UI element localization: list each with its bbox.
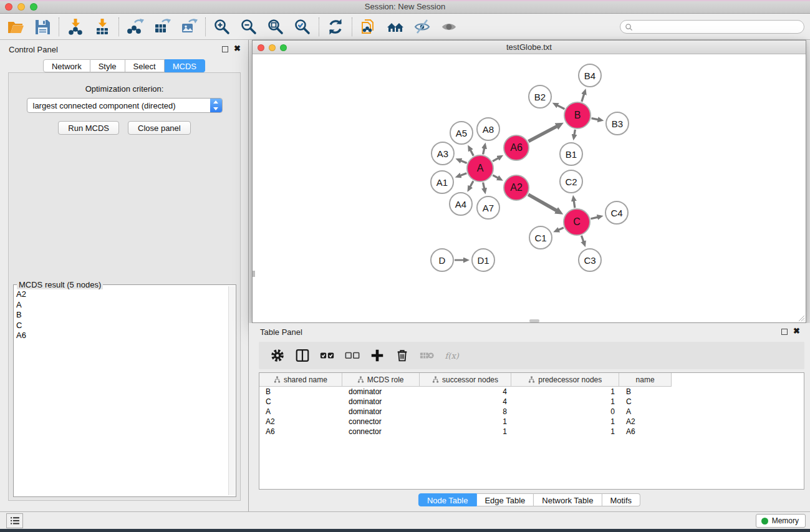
node-A1[interactable]: A1 [430, 170, 454, 194]
node-A2[interactable]: A2 [503, 175, 529, 201]
table-close-panel-icon[interactable]: ✖ [793, 328, 800, 334]
import-table-icon[interactable] [92, 16, 113, 37]
table-row-C[interactable]: Cdominator41C [259, 397, 672, 407]
export-table-icon[interactable] [152, 16, 173, 37]
cell[interactable]: dominator [342, 387, 420, 397]
cell[interactable]: 1 [420, 417, 512, 427]
horizontal-scroll-thumb[interactable] [529, 319, 539, 322]
cell[interactable]: A2 [620, 417, 672, 427]
cell[interactable]: 8 [420, 407, 512, 417]
edge-B-B4[interactable] [582, 94, 584, 102]
node-A8[interactable]: A8 [476, 117, 500, 141]
close-panel-button[interactable]: Close panel [128, 121, 191, 135]
node-C2[interactable]: C2 [559, 170, 583, 193]
cell[interactable]: dominator [342, 397, 420, 407]
column-header-successor-nodes[interactable]: successor nodes [420, 373, 512, 386]
edge-A-A7[interactable] [483, 183, 485, 189]
table-row-A2[interactable]: A2connector11A2 [259, 417, 672, 427]
edge-A-A8[interactable] [483, 148, 485, 154]
toggle-columns-icon[interactable] [294, 347, 311, 364]
tab-network-table[interactable]: Network Table [534, 493, 602, 506]
run-mcds-button[interactable]: Run MCDS [58, 121, 119, 135]
zoom-out-icon[interactable] [238, 16, 259, 37]
edge-A-A3[interactable] [461, 161, 467, 163]
edge-B-B3[interactable] [592, 118, 599, 120]
node-C[interactable]: C [563, 208, 591, 236]
cell[interactable]: 1 [512, 397, 620, 407]
add-column-icon[interactable] [369, 347, 385, 364]
cell[interactable]: A6 [259, 427, 342, 437]
edge-A6-B[interactable] [528, 126, 557, 141]
tab-style[interactable]: Style [90, 59, 125, 72]
edge-B-B2[interactable] [557, 105, 565, 109]
node-A4[interactable]: A4 [449, 192, 473, 216]
cell[interactable]: A6 [620, 427, 672, 437]
zoom-in-icon[interactable] [211, 16, 233, 37]
tab-select[interactable]: Select [125, 59, 165, 72]
mcds-result-item-A[interactable]: A [14, 300, 228, 311]
criterion-select[interactable]: largest connected component (directed) [27, 98, 223, 113]
zoom-window-button[interactable] [30, 3, 37, 11]
cell[interactable]: 1 [512, 417, 620, 427]
mcds-result-item-A2[interactable]: A2 [14, 289, 228, 300]
network-close-button[interactable] [258, 44, 264, 51]
node-A3[interactable]: A3 [431, 142, 455, 165]
column-header-MCDS-role[interactable]: MCDS role [342, 373, 420, 386]
edge-A-A2[interactable] [493, 175, 498, 178]
mcds-result-item-C[interactable]: C [14, 321, 228, 331]
edge-A-A1[interactable] [460, 173, 466, 176]
function-builder-icon[interactable]: f(x) [444, 347, 460, 364]
network-minimize-button[interactable] [269, 44, 276, 51]
refresh-icon[interactable] [325, 16, 346, 37]
tab-mcds[interactable]: MCDS [165, 59, 205, 72]
mcds-result-item-A6[interactable]: A6 [14, 331, 228, 341]
cell[interactable]: 1 [512, 427, 620, 437]
node-A5[interactable]: A5 [450, 121, 473, 145]
tab-edge-table[interactable]: Edge Table [476, 493, 534, 506]
node-C3[interactable]: C3 [578, 248, 602, 272]
task-history-button[interactable] [6, 513, 23, 528]
zoom-selected-icon[interactable] [292, 16, 313, 37]
float-panel-icon[interactable] [222, 46, 228, 52]
close-window-button[interactable] [5, 3, 12, 11]
node-B3[interactable]: B3 [605, 112, 629, 135]
column-header-shared-name[interactable]: shared name [259, 373, 342, 386]
node-C1[interactable]: C1 [529, 226, 552, 249]
node-B1[interactable]: B1 [559, 142, 583, 166]
tab-node-table[interactable]: Node Table [418, 493, 477, 506]
edge-A-A6[interactable] [493, 158, 498, 161]
node-B4[interactable]: B4 [578, 64, 602, 87]
minimize-window-button[interactable] [17, 3, 25, 11]
import-network-icon[interactable] [65, 16, 86, 37]
settings-gear-icon[interactable] [269, 347, 286, 364]
export-network-icon[interactable] [125, 16, 146, 37]
export-image-icon[interactable] [178, 16, 200, 37]
mcds-result-item-B[interactable]: B [14, 310, 228, 321]
cell[interactable]: connector [342, 417, 420, 427]
cell[interactable]: A [620, 407, 672, 417]
cell[interactable]: C [259, 397, 342, 407]
resize-grip-icon[interactable] [797, 314, 805, 322]
edge-B-B1[interactable] [574, 130, 575, 135]
node-B[interactable]: B [564, 102, 591, 129]
cell[interactable]: dominator [342, 407, 420, 417]
column-header-predecessor-nodes[interactable]: predecessor nodes [511, 373, 619, 386]
hide-graphics-icon[interactable] [412, 16, 433, 37]
edge-C-C2[interactable] [574, 201, 575, 208]
cell[interactable]: 4 [420, 387, 512, 397]
tab-motifs[interactable]: Motifs [602, 493, 640, 506]
column-header-name[interactable]: name [619, 373, 671, 386]
table-row-A[interactable]: Adominator80A [259, 407, 672, 417]
zoom-fit-icon[interactable] [265, 16, 286, 37]
network-window-title-bar[interactable]: testGlobe.txt [253, 41, 806, 54]
edge-C-C3[interactable] [581, 236, 583, 242]
network-zoom-button[interactable] [280, 44, 287, 51]
delete-table-icon[interactable] [419, 347, 435, 364]
node-D1[interactable]: D1 [471, 248, 495, 272]
search-field[interactable] [620, 20, 804, 34]
edge-C-C4[interactable] [591, 217, 597, 219]
duplicate-network-icon[interactable] [358, 16, 379, 37]
select-all-icon[interactable] [319, 347, 335, 364]
cell[interactable]: 1 [420, 427, 512, 437]
deselect-all-icon[interactable] [344, 347, 360, 364]
